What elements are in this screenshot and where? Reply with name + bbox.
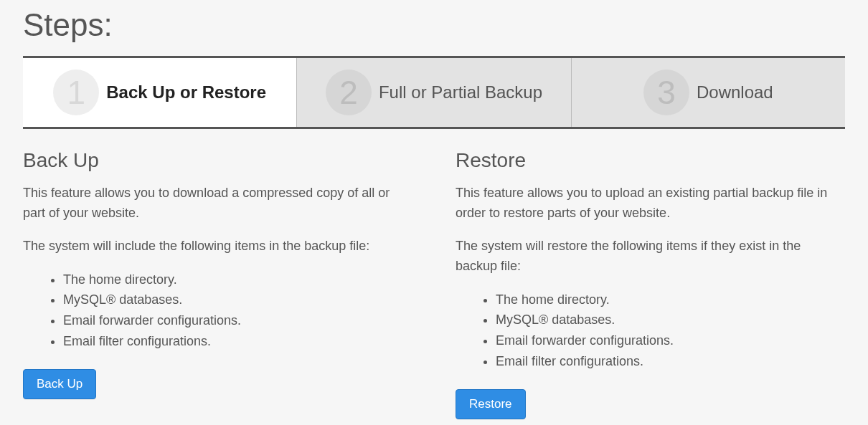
list-item: MySQL® databases. [63, 290, 412, 310]
list-item: The home directory. [63, 269, 412, 290]
restore-description-2: The system will restore the following it… [456, 237, 845, 277]
list-item: The home directory. [496, 290, 845, 310]
step-number-icon: 1 [53, 70, 99, 115]
restore-button[interactable]: Restore [456, 389, 526, 419]
step-back-up-or-restore[interactable]: 1 Back Up or Restore [23, 58, 297, 127]
list-item: Email forwarder configurations. [63, 310, 412, 331]
step-number-icon: 2 [326, 70, 372, 115]
list-item: Email filter configurations. [63, 331, 412, 352]
backup-description-2: The system will include the following it… [23, 237, 412, 257]
step-label: Full or Partial Backup [379, 82, 542, 102]
backup-items-list: The home directory. MySQL® databases. Em… [23, 269, 412, 352]
back-up-button[interactable]: Back Up [23, 369, 96, 399]
restore-title: Restore [456, 149, 845, 172]
backup-description-1: This feature allows you to download a co… [23, 183, 412, 224]
content-area: Back Up This feature allows you to downl… [23, 149, 845, 419]
step-download[interactable]: 3 Download [572, 58, 845, 127]
restore-section: Restore This feature allows you to uploa… [456, 149, 845, 419]
list-item: MySQL® databases. [496, 310, 845, 330]
list-item: Email forwarder configurations. [496, 330, 845, 351]
list-item: Email filter configurations. [496, 351, 845, 372]
page-title: Steps: [23, 7, 845, 43]
restore-description-1: This feature allows you to upload an exi… [456, 183, 845, 224]
step-full-or-partial-backup[interactable]: 2 Full or Partial Backup [297, 58, 571, 127]
step-label: Back Up or Restore [106, 82, 266, 102]
restore-items-list: The home directory. MySQL® databases. Em… [456, 290, 845, 372]
backup-section: Back Up This feature allows you to downl… [23, 149, 412, 419]
step-number-icon: 3 [643, 70, 689, 115]
backup-title: Back Up [23, 149, 412, 172]
step-label: Download [697, 82, 773, 102]
steps-nav: 1 Back Up or Restore 2 Full or Partial B… [23, 58, 845, 129]
